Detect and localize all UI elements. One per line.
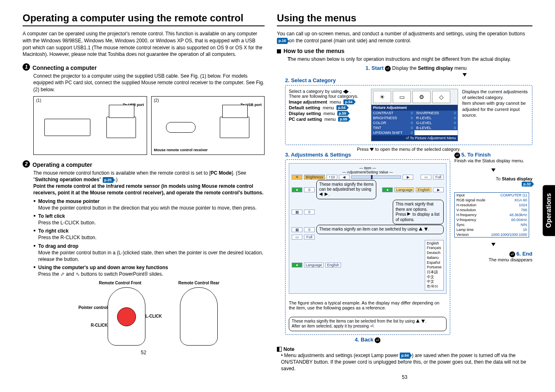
page-ref[interactable]: p.55: [337, 111, 348, 116]
lclick-label: L-CLICK: [145, 314, 162, 319]
menu-preview: ☀ ▭ ⚙ ◇ Picture Adjustment CONTRAST0BRIG…: [371, 89, 458, 141]
page-ref-32[interactable]: p.32: [522, 182, 532, 187]
step1-body: Connect the projector to a computer usin…: [33, 73, 265, 93]
receiver-label: Mouse remote control receiver: [154, 148, 262, 152]
b2h: To left click: [38, 213, 65, 219]
menu-flow: 1. Start ⏎ Display the Setting display m…: [285, 65, 532, 343]
right-arrow-icon: ▶: [403, 175, 413, 180]
note-body: • Menu adjustments and settings (except …: [281, 352, 532, 372]
laptop-icon-2: [220, 117, 249, 138]
b5h: Using the computer's up and down arrow k…: [38, 265, 168, 270]
arrow-down-icon: [491, 243, 495, 246]
rc-front-label: Remote Control Front: [78, 280, 162, 286]
lead1-a: The mouse remote control function is ava…: [33, 170, 211, 176]
step1-label: 1. Start: [366, 65, 384, 71]
page-ref[interactable]: p.54: [343, 99, 354, 104]
step1-title: Connecting a computer: [32, 65, 97, 71]
figure-2-label: (2): [154, 98, 262, 103]
laptop-icon: [106, 117, 136, 138]
step1-c: Setting display: [418, 65, 453, 71]
cat-right2: Item shown with gray cannot be adjusted …: [462, 100, 529, 118]
tab-brightness-icon: ☀: [373, 91, 391, 103]
enter-icon: ⏎: [454, 152, 460, 158]
bullet-icon: ●: [33, 228, 36, 241]
note-heading: Note: [277, 346, 532, 352]
left-arrow-icon: ◀: [339, 175, 350, 180]
category-right: Displays the current adjustments of sele…: [462, 89, 529, 141]
bullet-drag: ● To drag and dropMove the pointer contr…: [33, 243, 265, 263]
receiver-icon: [166, 122, 196, 133]
language-value: English: [416, 187, 431, 192]
note-lr: These marks signify the items can be adj…: [316, 180, 376, 200]
page-ref[interactable]: p.54: [336, 105, 347, 110]
brightness-slider: [351, 175, 401, 179]
remote-rear: Remote Control Rear: [178, 280, 219, 348]
b3h: To right click: [38, 228, 69, 234]
step1-d: menu: [453, 65, 467, 71]
page-ref-16[interactable]: p.16: [277, 38, 288, 44]
page-title-right: Using the menus: [277, 12, 532, 26]
bullet-move: ● Moving the mouse pointerMove the point…: [33, 198, 265, 211]
arrow-down-icon: [463, 73, 467, 76]
back-icon: ⏎: [375, 337, 380, 343]
rc-rear-label: Remote Control Rear: [178, 280, 219, 286]
figure-1: (1) To USB port: [33, 96, 147, 155]
step-number-1-icon: 1: [23, 63, 30, 71]
note-head-text: Note: [283, 346, 295, 352]
step6-body: The menu disappears: [454, 257, 532, 262]
b3t: Press the R-CLICK button.: [38, 235, 97, 240]
cat-a: Select a category by using: [289, 89, 343, 94]
menu-footer: ⏎ To Picture Adjustment Menu: [371, 135, 458, 141]
note-list: These marks signify the items can be sel…: [289, 317, 447, 331]
bullet-icon: ●: [33, 198, 36, 211]
bullet-icon: ●: [33, 213, 36, 226]
howto-rest: he menu shown below is only for operatio…: [290, 56, 511, 62]
page-ref-54[interactable]: p.54: [400, 353, 410, 358]
square-bullet-icon: [277, 49, 281, 53]
page-title-left: Operating a computer using the remote co…: [23, 12, 265, 26]
lead1-b: PC Mode: [211, 170, 232, 176]
figure-row: (1) To USB port (2) To USB port Mouse re…: [33, 96, 265, 155]
step1-heading: 1 Connecting a computer: [23, 61, 265, 73]
intro-a: You can call up on-screen menus, and con…: [277, 31, 525, 37]
language-options: EnglishFrançaisDeutschItalianoEspañolPor…: [425, 240, 444, 291]
adjustment-panel: — Item — — Adjustment/Setting Value — ☀ …: [289, 163, 447, 294]
figure-1-label: (1): [36, 98, 144, 103]
tab-display-icon: ▭: [393, 91, 411, 103]
figure-2: (2) To USB port Mouse remote control rec…: [151, 96, 265, 155]
remote-rear-icon: [180, 287, 218, 346]
full-value: Full: [433, 175, 444, 180]
bullet-left-click: ● To left clickPress the L-CLICK button.: [33, 213, 265, 226]
bullet-arrows: ● Using the computer's up and down arrow…: [33, 264, 265, 277]
lang-icon: ●: [292, 187, 302, 192]
howto-heading: How to use the menus: [277, 48, 532, 54]
tab-card-icon: ◇: [432, 91, 450, 103]
down-icon: [370, 148, 374, 151]
page-number-right: 53: [277, 374, 532, 380]
lead2: Point the remote control at the infrared…: [33, 183, 263, 196]
adjustments-box: — Item — — Adjustment/Setting Value — ☀ …: [285, 159, 450, 335]
step3-label: 3. Adjustments & Settings: [285, 152, 450, 158]
cat-right1: Displays the current adjustments of sele…: [462, 89, 529, 101]
page-ref-20[interactable]: p.20: [103, 177, 113, 183]
intro-b: on the control panel (main unit side) an…: [289, 38, 411, 44]
rclick-label: R-CLICK: [78, 323, 108, 328]
enter-icon: ⏎: [385, 66, 391, 71]
page-number-left: 52: [23, 350, 265, 355]
step1-b: Display the: [392, 65, 418, 71]
note-ud: These marks signify an item can be switc…: [316, 225, 444, 234]
remote-front-icon: [108, 287, 145, 346]
enter-icon: ⏎: [509, 251, 515, 257]
screen-icon: ▭: [421, 175, 431, 180]
b5t: Press the ⬀ and ⬁ buttons to switch Powe…: [38, 271, 163, 277]
mid-b: to open the menu of the selected categor…: [374, 147, 461, 152]
cat-b: .: [350, 89, 351, 94]
adj-item: Item: [364, 166, 371, 170]
page-ref[interactable]: p.55: [338, 117, 349, 122]
arrow-down-icon: [491, 168, 495, 172]
b4t: Move the pointer control button in a (L-…: [38, 250, 263, 262]
lead1-e: ": [99, 177, 103, 182]
bullet-icon: ●: [33, 264, 36, 277]
intro-right: You can call up on-screen menus, and con…: [277, 30, 532, 44]
brightness-label: Brightness: [304, 175, 325, 180]
